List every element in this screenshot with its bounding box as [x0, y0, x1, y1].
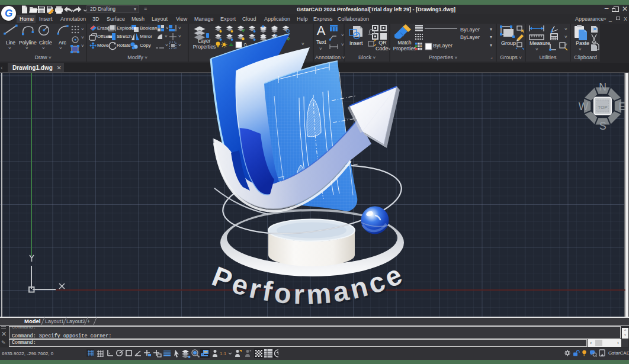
svg-text:S: S: [599, 120, 606, 132]
svg-text:1:1: 1:1: [220, 351, 227, 356]
svg-text:E: E: [618, 101, 625, 112]
svg-text:W: W: [579, 101, 589, 112]
svg-text:TOP: TOP: [598, 105, 607, 110]
svg-text:N: N: [599, 81, 606, 93]
